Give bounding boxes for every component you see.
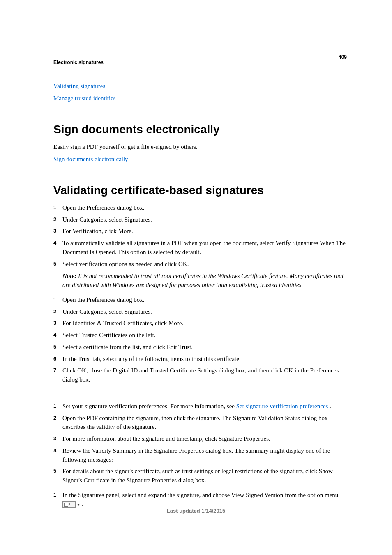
- chapter-title: Electronic signatures: [53, 60, 347, 65]
- list-number: 2: [53, 414, 62, 432]
- list-item: In the Signatures panel, select and expa…: [62, 491, 347, 509]
- intro-sign-documents: Easily sign a PDF yourself or get a file…: [53, 143, 347, 152]
- steps-list-4: 1In the Signatures panel, select and exp…: [53, 491, 347, 509]
- list-item: Open the PDF containing the signature, t…: [62, 414, 347, 432]
- note-label: Note:: [62, 273, 76, 279]
- list-number: 4: [53, 239, 62, 257]
- list-item: Review the Validity Summary in the Signa…: [62, 446, 347, 465]
- list-item: For Identities & Trusted Certificates, c…: [62, 319, 347, 328]
- list-item: In the Trust tab, select any of the foll…: [62, 355, 347, 364]
- list-item: Select Trusted Certificates on the left.: [62, 331, 347, 340]
- dropdown-arrow-icon: [77, 504, 80, 506]
- note-body: It is not recommended to trust all root …: [62, 273, 344, 288]
- list-number: 3: [53, 435, 62, 444]
- list-number: 1: [53, 402, 62, 411]
- link-sign-documents-electronically[interactable]: Sign documents electronically: [53, 154, 347, 164]
- list-item: For details about the signer's certifica…: [62, 467, 347, 485]
- list-number: 4: [53, 446, 62, 465]
- list-number: 3: [53, 319, 62, 328]
- note-text: Note: It is not recommended to trust all…: [62, 272, 347, 290]
- list-number: 5: [53, 343, 62, 352]
- list-number: 5: [53, 467, 62, 485]
- steps-list-2: 1Open the Preferences dialog box. 2Under…: [53, 296, 347, 384]
- link-manage-trusted-identities[interactable]: Manage trusted identities: [53, 93, 347, 103]
- list-number: 2: [53, 215, 62, 224]
- list-number: 5: [53, 260, 62, 269]
- list-item: For Verification, click More.: [62, 227, 347, 236]
- list-number: 1: [53, 491, 62, 509]
- list-item: Set your signature verification preferen…: [62, 402, 347, 411]
- footer-last-updated: Last updated 1/14/2015: [0, 508, 392, 514]
- list-number: 6: [53, 355, 62, 364]
- heading-validating-certificate: Validating certificate-based signatures: [53, 184, 347, 197]
- list-item: Open the Preferences dialog box.: [62, 204, 347, 213]
- page-content: Electronic signatures Validating signatu…: [0, 0, 392, 509]
- list-number: 4: [53, 331, 62, 340]
- list-item: Select verification options as needed an…: [62, 260, 347, 269]
- list-number: 7: [53, 366, 62, 384]
- heading-sign-documents: Sign documents electronically: [53, 123, 347, 136]
- list-item: Under Categories, select Signatures.: [62, 308, 347, 317]
- list-item: Under Categories, select Signatures.: [62, 215, 347, 224]
- list-number: 1: [53, 296, 62, 305]
- options-menu-icon: [62, 501, 76, 508]
- page-number: 409: [335, 53, 347, 67]
- list-item: For more information about the signature…: [62, 435, 347, 444]
- list-item: Select a certificate from the list, and …: [62, 343, 347, 352]
- list-item: To automatically validate all signatures…: [62, 239, 347, 257]
- list-item: Click OK, close the Digital ID and Trust…: [62, 366, 347, 384]
- link-set-signature-verification-preferences[interactable]: Set signature verification preferences: [236, 403, 328, 409]
- steps-list-3: 1Set your signature verification prefere…: [53, 402, 347, 485]
- list-item: Open the Preferences dialog box.: [62, 296, 347, 305]
- link-validating-signatures[interactable]: Validating signatures: [53, 81, 347, 91]
- list-number: 2: [53, 308, 62, 317]
- list-number: 3: [53, 227, 62, 236]
- list-number: 1: [53, 204, 62, 213]
- steps-list-1: 1Open the Preferences dialog box. 2Under…: [53, 204, 347, 269]
